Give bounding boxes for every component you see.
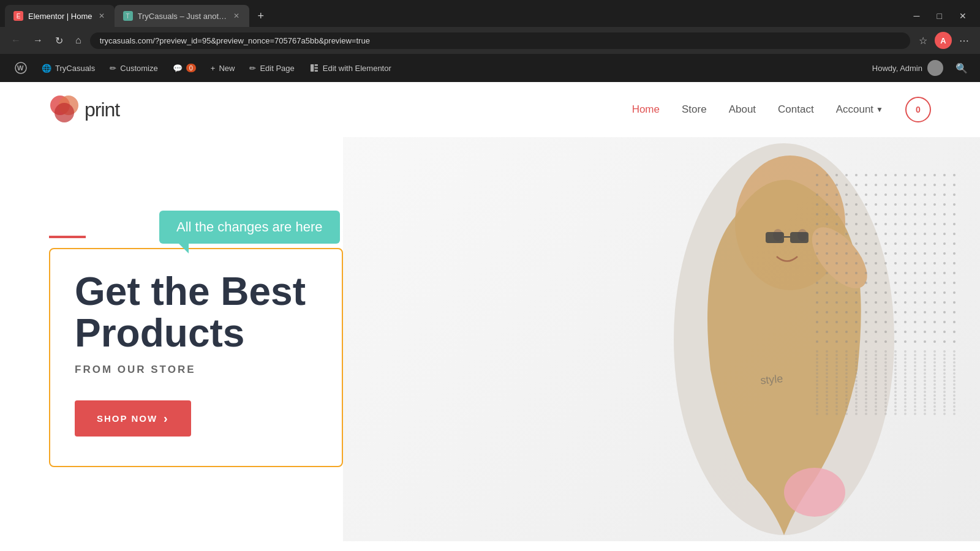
minimize-button[interactable]: ─: [905, 9, 929, 23]
wp-comment-icon: 💬: [173, 64, 183, 73]
forward-button[interactable]: →: [29, 32, 47, 48]
nav-home[interactable]: Home: [632, 103, 660, 116]
tab2-title: TryCasuals – Just another WordP...: [138, 12, 227, 21]
svg-text:W: W: [17, 64, 24, 72]
tab-elementor[interactable]: E Elementor | Home ✕: [5, 5, 115, 27]
tab1-close[interactable]: ✕: [97, 10, 106, 21]
address-input[interactable]: [90, 32, 910, 49]
site-header: print Home Store About Contact Account ▼…: [0, 82, 980, 137]
svg-rect-2: [311, 64, 314, 72]
wp-logo-icon: W: [15, 62, 27, 74]
hero-title-line2: Products: [75, 311, 244, 355]
wp-globe-icon: 🌐: [42, 64, 51, 73]
wp-edit-page[interactable]: ✏ Edit Page: [242, 54, 301, 82]
svg-rect-13: [766, 232, 784, 243]
tab-bar: E Elementor | Home ✕ T TryCasuals – Just…: [0, 0, 980, 27]
wp-howdy[interactable]: Howdy, Admin: [865, 54, 951, 82]
site-nav: Home Store About Contact Account ▼ 0: [632, 97, 931, 122]
wp-edit-icon: ✏: [249, 64, 256, 73]
nav-store[interactable]: Store: [682, 103, 707, 116]
red-line-decoration: [49, 236, 86, 238]
hero-box: Get the Best Products FROM OUR STORE SHO…: [49, 248, 343, 467]
hero-content: Get the Best Products FROM OUR STORE SHO…: [0, 137, 490, 541]
svg-text:style: style: [760, 372, 784, 386]
wp-site-name[interactable]: 🌐 TryCasuals: [34, 54, 102, 82]
hero-subtitle: FROM OUR STORE: [75, 364, 317, 376]
elementor-icon: [309, 63, 319, 73]
wp-customize-icon: ✏: [110, 64, 116, 73]
wp-howdy-text: Howdy, Admin: [872, 64, 922, 73]
logo-svg-icon: [49, 94, 80, 125]
new-tab-button[interactable]: +: [253, 7, 270, 25]
site-logo[interactable]: print: [49, 94, 119, 125]
tooltip-bubble: All the changes are here: [159, 211, 340, 244]
wp-edit-label: Edit Page: [260, 64, 294, 73]
shop-now-button[interactable]: SHOP NOW ›: [75, 400, 191, 437]
hero-title: Get the Best Products: [75, 271, 317, 353]
window-controls: ─ □ ✕: [905, 9, 975, 23]
tab2-favicon: T: [123, 11, 133, 21]
wp-customize[interactable]: ✏ Customize: [102, 54, 165, 82]
browser-chrome: E Elementor | Home ✕ T TryCasuals – Just…: [0, 0, 980, 54]
cart-count: 0: [916, 105, 921, 114]
chevron-down-icon: ▼: [876, 105, 883, 114]
close-button[interactable]: ✕: [951, 9, 975, 23]
wp-new-icon: +: [211, 64, 216, 73]
wp-comment-count: 0: [186, 64, 196, 72]
address-bar-row: ← → ↻ ⌂ ☆ A ⋯: [0, 27, 980, 54]
wp-admin-bar: W 🌐 TryCasuals ✏ Customize 💬 0 + New ✏ E…: [0, 54, 980, 82]
logo-text: print: [85, 99, 119, 121]
back-button[interactable]: ←: [7, 32, 24, 48]
shop-now-label: SHOP NOW: [97, 413, 157, 424]
nav-account-label: Account: [836, 103, 873, 116]
wp-elementor-label: Edit with Elementor: [323, 64, 391, 73]
extensions-button[interactable]: ⋯: [956, 32, 973, 49]
home-nav-button[interactable]: ⌂: [72, 32, 85, 48]
nav-contact[interactable]: Contact: [778, 103, 814, 116]
wp-edit-elementor[interactable]: Edit with Elementor: [302, 54, 399, 82]
tab1-title: Elementor | Home: [28, 12, 92, 21]
wp-comments[interactable]: 💬 0: [165, 54, 203, 82]
dot-grid-overlay: [816, 174, 962, 349]
profile-circle[interactable]: A: [935, 32, 952, 49]
wp-new[interactable]: + New: [203, 54, 243, 82]
tab-trycasuals[interactable]: T TryCasuals – Just another WordP... ✕: [115, 5, 249, 27]
maximize-button[interactable]: □: [929, 9, 951, 23]
cart-button[interactable]: 0: [905, 97, 931, 122]
browser-actions: ☆ A ⋯: [915, 32, 973, 49]
tooltip-text: All the changes are here: [176, 219, 323, 234]
tab2-close[interactable]: ✕: [232, 10, 241, 21]
tab1-favicon: E: [13, 11, 23, 21]
svg-point-8: [55, 103, 74, 122]
wp-logo-item[interactable]: W: [7, 54, 34, 82]
hero-title-line1: Get the Best: [75, 269, 306, 313]
wp-new-label: New: [219, 64, 235, 73]
svg-rect-3: [314, 64, 317, 66]
wp-customize-label: Customize: [120, 64, 157, 73]
shop-now-arrow: ›: [164, 411, 169, 425]
nav-about[interactable]: About: [729, 103, 756, 116]
wp-site-label: TryCasuals: [55, 64, 95, 73]
nav-account[interactable]: Account ▼: [836, 103, 883, 116]
bookmark-button[interactable]: ☆: [915, 32, 931, 49]
svg-rect-5: [314, 70, 317, 72]
wp-admin-avatar: [927, 60, 943, 76]
svg-rect-14: [790, 232, 809, 243]
svg-rect-4: [314, 67, 317, 69]
hero-section: // Generate dots document.addEventListen…: [0, 137, 980, 541]
wp-search-button[interactable]: 🔍: [951, 62, 973, 74]
reload-button[interactable]: ↻: [51, 32, 67, 49]
svg-point-18: [784, 468, 845, 517]
